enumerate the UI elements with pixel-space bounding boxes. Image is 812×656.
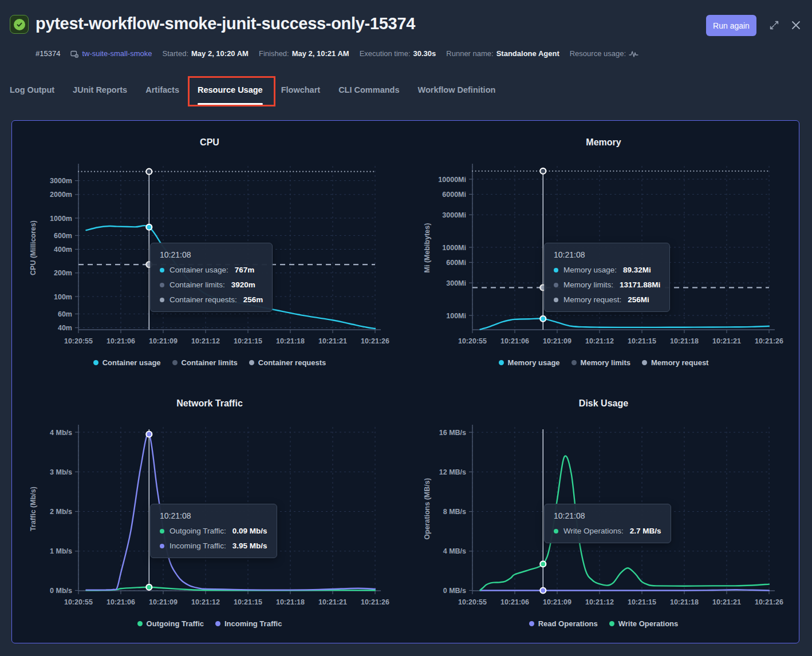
svg-text:4 MB/s: 4 MB/s	[443, 547, 466, 555]
execution-time-pair: Execution time: 30.30s	[360, 49, 436, 58]
svg-text:10:21:26: 10:21:26	[755, 598, 783, 606]
tooltip-time: 10:21:08	[160, 250, 263, 259]
legend-item[interactable]: Container usage	[93, 358, 161, 367]
svg-text:10:21:15: 10:21:15	[234, 337, 262, 345]
active-tab-underline	[198, 103, 263, 105]
disk-tooltip: 10:21:08Write Operations:2.7 MB/s	[544, 504, 671, 543]
expand-icon[interactable]	[768, 19, 781, 31]
svg-text:400m: 400m	[54, 246, 72, 254]
svg-text:10:21:18: 10:21:18	[670, 337, 699, 345]
svg-text:10:21:09: 10:21:09	[543, 337, 571, 345]
tab-log-output[interactable]: Log Output	[10, 76, 54, 110]
legend-item[interactable]: Memory request	[642, 358, 708, 367]
network-legend: Outgoing TrafficIncoming Traffic	[13, 619, 407, 628]
svg-text:10:21:15: 10:21:15	[234, 598, 262, 606]
svg-text:10:21:21: 10:21:21	[712, 598, 741, 606]
series-dot-icon	[215, 621, 220, 626]
svg-text:10:21:18: 10:21:18	[670, 598, 699, 606]
tab-cli-commands[interactable]: CLI Commands	[338, 76, 399, 110]
tab-flowchart[interactable]: Flowchart	[281, 76, 320, 110]
series-dot-icon	[554, 283, 558, 287]
svg-text:1000Mi: 1000Mi	[442, 244, 466, 252]
legend-item[interactable]: Memory usage	[499, 358, 560, 367]
status-success-icon	[10, 15, 29, 34]
svg-text:10:21:12: 10:21:12	[191, 598, 220, 606]
svg-text:10000Mi: 10000Mi	[438, 176, 466, 184]
svg-text:10:21:18: 10:21:18	[276, 598, 305, 606]
started-pair: Started: May 2, 10:20 AM	[162, 49, 248, 58]
series-dot-icon	[160, 544, 164, 548]
svg-text:6000Mi: 6000Mi	[442, 191, 466, 199]
svg-text:Mi (Mebibytes): Mi (Mebibytes)	[423, 223, 431, 273]
legend-item[interactable]: Incoming Traffic	[215, 619, 282, 628]
cpu-chart: CPU3000m2000m1000m600m400m200m100m60m40m…	[13, 133, 407, 379]
legend-item[interactable]: Container limits	[172, 358, 238, 367]
svg-text:Traffic (Mb/s): Traffic (Mb/s)	[29, 487, 37, 531]
memory-tooltip: 10:21:08Memory usage:89.32MiMemory limit…	[544, 243, 670, 312]
runner-name-pair: Runner name: Standalone Agent	[446, 49, 559, 58]
tab-artifacts[interactable]: Artifacts	[145, 76, 179, 110]
svg-text:10:21:09: 10:21:09	[543, 598, 571, 606]
tooltip-row: Container limits:3920m	[160, 280, 263, 289]
legend-item[interactable]: Outgoing Traffic	[137, 619, 204, 628]
tooltip-time: 10:21:08	[160, 511, 267, 520]
tab-workflow-definition[interactable]: Workflow Definition	[417, 76, 495, 110]
execution-number: #15374	[36, 49, 60, 58]
series-dot-icon	[571, 360, 577, 365]
svg-text:10:21:21: 10:21:21	[318, 337, 347, 345]
tab-resource-usage[interactable]: Resource Usage	[198, 76, 263, 110]
svg-text:3000m: 3000m	[50, 177, 72, 185]
svg-text:16 MB/s: 16 MB/s	[439, 429, 466, 437]
finished-pair: Finished: May 2, 10:21 AM	[259, 49, 349, 58]
svg-text:60m: 60m	[58, 310, 72, 318]
close-icon[interactable]	[790, 19, 802, 31]
svg-text:10:21:09: 10:21:09	[149, 598, 178, 606]
series-dot-icon	[554, 529, 558, 534]
svg-text:100m: 100m	[54, 293, 72, 301]
svg-text:10:21:12: 10:21:12	[585, 337, 614, 345]
svg-text:10:20:55: 10:20:55	[458, 598, 487, 606]
svg-text:10:21:12: 10:21:12	[585, 598, 614, 606]
series-dot-icon	[160, 268, 164, 272]
run-again-button[interactable]: Run again	[706, 15, 756, 36]
svg-text:600m: 600m	[54, 232, 72, 240]
svg-text:10:21:06: 10:21:06	[500, 337, 529, 345]
svg-text:10:21:21: 10:21:21	[712, 337, 741, 345]
svg-text:200m: 200m	[54, 269, 72, 277]
tooltip-row: Outgoing Traffic:0.09 Mb/s	[160, 527, 267, 535]
svg-text:10:21:15: 10:21:15	[628, 598, 656, 606]
svg-text:10:21:26: 10:21:26	[755, 337, 783, 345]
suite-link-label: tw-suite-small-smoke	[82, 49, 152, 58]
svg-text:12 MB/s: 12 MB/s	[439, 468, 466, 476]
svg-text:40m: 40m	[58, 324, 72, 332]
memory-chart: Memory10000Mi6000Mi3000Mi1000Mi600Mi300M…	[407, 133, 801, 379]
svg-text:10:21:06: 10:21:06	[107, 337, 135, 345]
svg-text:600Mi: 600Mi	[446, 259, 466, 267]
cpu-tooltip: 10:21:08Container usage:767mContainer li…	[150, 243, 273, 312]
series-dot-icon	[93, 360, 98, 365]
tooltip-row: Memory usage:89.32Mi	[554, 266, 660, 274]
legend-item[interactable]: Memory limits	[571, 358, 630, 367]
svg-text:8 MB/s: 8 MB/s	[443, 508, 466, 516]
svg-text:CPU (Millicores): CPU (Millicores)	[29, 220, 37, 275]
memory-legend: Memory usageMemory limitsMemory request	[407, 358, 801, 367]
series-dot-icon	[172, 360, 178, 365]
tooltip-row: Container requests:256m	[160, 295, 263, 304]
svg-text:10:21:15: 10:21:15	[628, 337, 656, 345]
cpu-legend: Container usageContainer limitsContainer…	[13, 358, 407, 367]
suite-link[interactable]: tw-suite-small-smoke	[70, 49, 152, 58]
tooltip-time: 10:21:08	[554, 511, 661, 520]
svg-text:10:21:21: 10:21:21	[318, 598, 347, 606]
tabs-bar: Log Output JUnit Reports Artifacts Resou…	[10, 76, 495, 110]
tab-junit-reports[interactable]: JUnit Reports	[73, 76, 127, 110]
legend-item[interactable]: Container requests	[249, 358, 326, 367]
workflow-tag-icon	[70, 50, 78, 58]
tooltip-row: Container usage:767m	[160, 266, 263, 274]
legend-item[interactable]: Write Operations	[609, 619, 679, 628]
legend-item[interactable]: Read Operations	[529, 619, 598, 628]
svg-text:1 Mb/s: 1 Mb/s	[50, 547, 72, 555]
tooltip-row: Write Operations:2.7 MB/s	[554, 527, 661, 535]
svg-text:10:20:55: 10:20:55	[64, 337, 93, 345]
svg-text:10:21:09: 10:21:09	[149, 337, 178, 345]
svg-text:4 Mb/s: 4 Mb/s	[50, 429, 72, 437]
